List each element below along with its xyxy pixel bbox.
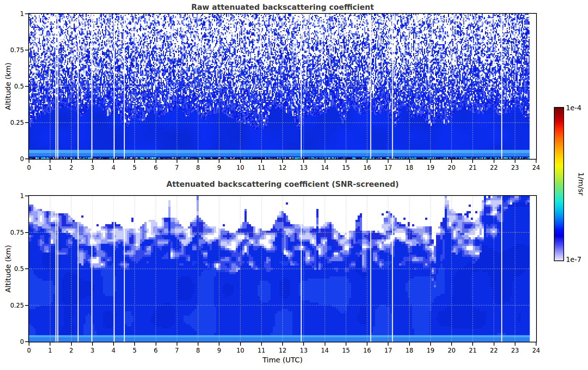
x-tick-mark bbox=[494, 342, 494, 346]
x-tick-mark bbox=[240, 342, 241, 346]
x-tick-label: 5 bbox=[124, 346, 145, 354]
x-tick-label: 3 bbox=[82, 346, 103, 354]
x-tick-label: 15 bbox=[336, 346, 356, 354]
y-tick-mark bbox=[25, 13, 28, 14]
y-tick-mark bbox=[25, 305, 28, 306]
x-tick-mark bbox=[346, 160, 346, 163]
y-tick-mark bbox=[25, 50, 28, 50]
x-tick-mark bbox=[451, 342, 452, 346]
x-tick-label: 8 bbox=[188, 164, 208, 172]
x-tick-mark bbox=[303, 160, 304, 163]
x-tick-mark bbox=[177, 160, 177, 163]
x-tick-label: 14 bbox=[315, 164, 335, 172]
x-tick-mark bbox=[240, 160, 241, 163]
y-tick-label: 1 bbox=[0, 10, 24, 18]
y-tick-mark bbox=[25, 268, 28, 269]
x-tick-mark bbox=[430, 160, 431, 163]
x-tick-mark bbox=[219, 342, 219, 346]
x-tick-label: 15 bbox=[336, 164, 356, 172]
x-tick-mark bbox=[472, 160, 473, 163]
screened-heatmap-canvas bbox=[29, 196, 536, 342]
x-tick-label: 13 bbox=[293, 346, 314, 354]
figure: Raw attenuated backscattering coefficien… bbox=[0, 0, 588, 370]
x-tick-label: 1 bbox=[40, 346, 60, 354]
y-tick-label: 0.75 bbox=[0, 229, 24, 237]
panel-raw-title: Raw attenuated backscattering coefficien… bbox=[29, 3, 536, 12]
x-tick-mark bbox=[282, 160, 283, 163]
x-tick-mark bbox=[29, 160, 29, 163]
x-tick-label: 0 bbox=[19, 164, 39, 172]
x-tick-label: 7 bbox=[167, 164, 187, 172]
x-tick-mark bbox=[113, 342, 114, 346]
x-tick-label: 1 bbox=[40, 164, 60, 172]
x-tick-mark bbox=[134, 160, 135, 163]
x-tick-mark bbox=[282, 342, 283, 346]
x-tick-mark bbox=[451, 160, 452, 163]
x-tick-mark bbox=[134, 342, 135, 346]
y-tick-label: 0 bbox=[0, 338, 24, 346]
x-tick-mark bbox=[515, 342, 515, 346]
x-tick-mark bbox=[177, 342, 177, 346]
x-tick-label: 8 bbox=[188, 346, 208, 354]
x-tick-label: 24 bbox=[526, 346, 546, 354]
panel-screened-plot-area bbox=[28, 195, 537, 342]
x-tick-mark bbox=[92, 342, 93, 346]
x-tick-label: 6 bbox=[146, 164, 166, 172]
y-tick-label: 0 bbox=[0, 155, 24, 163]
x-tick-mark bbox=[113, 160, 114, 163]
x-tick-mark bbox=[71, 342, 72, 346]
x-tick-mark bbox=[219, 160, 219, 163]
x-tick-label: 21 bbox=[462, 346, 483, 354]
x-tick-mark bbox=[198, 160, 198, 163]
x-tick-label: 23 bbox=[505, 346, 525, 354]
x-tick-label: 0 bbox=[19, 346, 39, 354]
x-tick-mark bbox=[50, 160, 50, 163]
x-tick-label: 23 bbox=[505, 164, 525, 172]
panel-raw-plot-area bbox=[28, 13, 537, 160]
x-tick-label: 9 bbox=[209, 346, 229, 354]
x-tick-mark bbox=[29, 342, 29, 346]
y-tick-mark bbox=[25, 341, 28, 342]
x-tick-mark bbox=[409, 160, 410, 163]
x-tick-mark bbox=[303, 342, 304, 346]
y-tick-label: 0.25 bbox=[0, 301, 24, 309]
colorbar-max-label: 1e-4 bbox=[566, 104, 581, 112]
x-tick-mark bbox=[325, 342, 325, 346]
y-tick-label: 0.25 bbox=[0, 119, 24, 127]
x-tick-mark bbox=[388, 160, 388, 163]
x-tick-label: 10 bbox=[230, 164, 251, 172]
y-tick-label: 0.5 bbox=[0, 265, 24, 273]
y-tick-mark bbox=[25, 159, 28, 159]
colorbar-min-label: 1e-7 bbox=[566, 255, 581, 263]
x-tick-mark bbox=[92, 160, 93, 163]
x-tick-mark bbox=[261, 342, 262, 346]
colorbar-gradient bbox=[555, 108, 563, 260]
x-tick-label: 17 bbox=[378, 346, 398, 354]
x-tick-label: 19 bbox=[420, 346, 441, 354]
x-tick-label: 3 bbox=[82, 164, 103, 172]
x-tick-label: 11 bbox=[251, 164, 272, 172]
x-tick-mark bbox=[472, 342, 473, 346]
y-tick-mark bbox=[25, 122, 28, 123]
raw-heatmap-canvas bbox=[29, 14, 536, 159]
y-tick-label: 1 bbox=[0, 192, 24, 200]
x-tick-label: 6 bbox=[146, 346, 166, 354]
x-tick-mark bbox=[50, 342, 50, 346]
x-tick-label: 12 bbox=[272, 164, 293, 172]
x-tick-label: 20 bbox=[441, 164, 462, 172]
x-tick-label: 2 bbox=[61, 164, 82, 172]
x-tick-label: 16 bbox=[357, 164, 377, 172]
x-tick-mark bbox=[515, 160, 515, 163]
x-tick-label: 12 bbox=[272, 346, 293, 354]
y-tick-label: 0.5 bbox=[0, 82, 24, 90]
x-tick-mark bbox=[409, 342, 410, 346]
x-tick-label: 18 bbox=[399, 346, 420, 354]
x-tick-mark bbox=[261, 160, 262, 163]
colorbar-unit-label: 1/m/sr bbox=[577, 172, 585, 196]
y-tick-mark bbox=[25, 196, 28, 196]
x-tick-mark bbox=[367, 160, 367, 163]
x-tick-mark bbox=[494, 160, 494, 163]
x-tick-label: 20 bbox=[441, 346, 462, 354]
panel-screened-title: Attenuated backscattering coefficient (S… bbox=[29, 180, 536, 189]
x-tick-mark bbox=[430, 342, 431, 346]
